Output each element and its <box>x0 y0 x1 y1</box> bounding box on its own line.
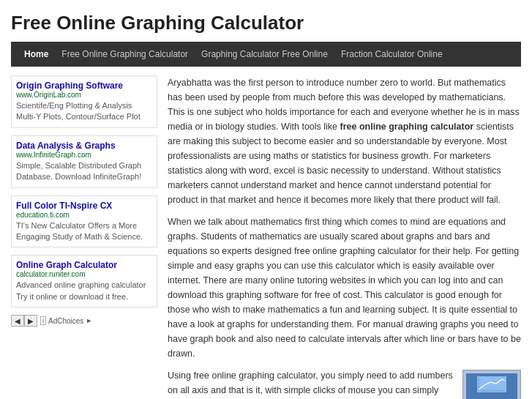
ad-title-4[interactable]: Online Graph Calculator <box>16 260 152 270</box>
para2-bold: free online graphing calculator <box>294 246 416 256</box>
nav-item-fraction-calculator[interactable]: Fraction Calculator Online <box>335 46 449 62</box>
ad-desc-4: Advanced online graphing calculator Try … <box>16 280 152 302</box>
para3-bold: free online graphing calculator, <box>193 370 318 381</box>
nav-item-free-online-graphing[interactable]: Free Online Graphing Calculator <box>56 46 194 62</box>
para2-cont: for their help. For getting simple and e… <box>168 246 521 359</box>
sidebar-arrows-row: ◀ ▶ i AdChoices ► <box>11 315 157 327</box>
sidebar: Origin Graphing Software www.OriginLab.c… <box>11 75 157 399</box>
ad-url-2: www.InfiniteGraph.com <box>16 151 152 159</box>
adchoices-icon: i <box>40 316 46 325</box>
para1-cont: scientists are making this subject to be… <box>168 122 514 205</box>
adchoices: i AdChoices ► <box>40 316 92 325</box>
ad-block-1: Origin Graphing Software www.OriginLab.c… <box>11 75 157 128</box>
paragraph-2: When we talk about mathematics first thi… <box>168 215 521 361</box>
calculator-thumbnail <box>462 370 521 399</box>
third-paragraph-section: Using free online graphing calculator, y… <box>168 368 521 399</box>
para3-start: Using <box>168 370 193 381</box>
next-arrow-button[interactable]: ▶ <box>24 315 37 327</box>
ad-block-3: Full Color TI-Nspire CX education.ti.com… <box>11 195 157 248</box>
nav-item-home[interactable]: Home <box>18 46 54 62</box>
paragraph-3: Using free online graphing calculator, y… <box>168 368 455 399</box>
ad-block-2: Data Analysis & Graphs www.InfiniteGraph… <box>11 135 157 188</box>
adchoices-arrow-icon: ► <box>86 317 92 324</box>
prev-arrow-button[interactable]: ◀ <box>11 315 24 327</box>
ad-url-3: education.ti.com <box>16 211 152 219</box>
calc-graph-svg <box>477 376 506 392</box>
main-content: Aryabhatta was the first person to intro… <box>168 75 521 399</box>
nav-item-graphing-calculator-free[interactable]: Graphing Calculator Free Online <box>195 46 334 62</box>
paragraph-1: Aryabhatta was the first person to intro… <box>168 75 521 207</box>
ad-title-1[interactable]: Origin Graphing Software <box>16 81 152 91</box>
adchoices-label[interactable]: AdChoices <box>48 317 83 325</box>
ad-desc-2: Simple, Scalable Distributed Graph Datab… <box>16 160 152 183</box>
ad-desc-1: Scientife/Eng Plotting & Analysis Multi-… <box>16 100 152 123</box>
ad-block-4: Online Graph Calculator calculator.runit… <box>11 255 157 307</box>
calc-screen <box>477 376 506 392</box>
calc-thumb-graphic <box>466 373 517 399</box>
ad-desc-3: TI's New Calculator Offers a More Engagi… <box>16 220 152 243</box>
ad-title-3[interactable]: Full Color TI-Nspire CX <box>16 201 152 211</box>
ad-url-1: www.OriginLab.com <box>16 91 152 99</box>
content-area: Origin Graphing Software www.OriginLab.c… <box>11 75 521 399</box>
ad-title-2[interactable]: Data Analysis & Graphs <box>16 141 152 151</box>
para1-bold: free online graphing calculator <box>340 122 474 132</box>
navigation-bar: Home Free Online Graphing Calculator Gra… <box>11 42 521 67</box>
page-title: Free Online Graphing Calculator <box>11 12 521 34</box>
second-paragraph-section: When we talk about mathematics first thi… <box>168 215 521 361</box>
ad-url-4: calculator.runiter.com <box>16 270 152 278</box>
